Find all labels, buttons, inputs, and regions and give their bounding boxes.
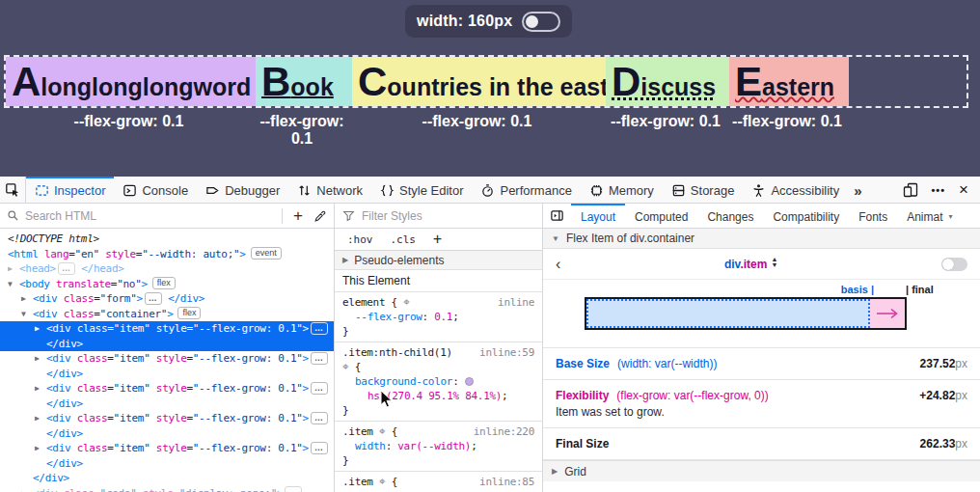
tab-accessibility[interactable]: Accessibility (743, 177, 848, 203)
stylesheet-link[interactable]: inline:85 (479, 475, 534, 489)
selector[interactable]: .item:nth-child(1) (342, 346, 452, 359)
node-picker-button[interactable] (0, 177, 26, 203)
show-more-badge[interactable]: … (58, 262, 75, 275)
expand-panel-button[interactable] (543, 204, 571, 228)
node-div-container-close[interactable]: </div> (0, 471, 334, 486)
tab-style-editor[interactable]: Style Editor (371, 177, 472, 203)
color-swatch[interactable] (465, 377, 474, 386)
tab-compatibility[interactable]: Compatibility (763, 204, 849, 228)
tab-performance[interactable]: Performance (472, 177, 580, 203)
show-more-badge[interactable]: … (311, 442, 328, 454)
property-value[interactable]: var(--width) (397, 440, 471, 452)
target-icon[interactable]: ⌖ (379, 424, 385, 438)
target-icon[interactable]: ⌖ (403, 295, 409, 309)
target-icon[interactable]: ⌖ (379, 475, 385, 488)
flex-badge[interactable]: flex (152, 277, 176, 289)
tab-fonts[interactable]: Fonts (849, 204, 897, 228)
width-toggle[interactable] (522, 12, 560, 32)
element-stepper-icon[interactable]: ▲▼ (771, 257, 777, 268)
dark-mode-icon[interactable] (468, 232, 485, 247)
property-name[interactable]: width (355, 440, 386, 452)
add-rule-button[interactable]: + (424, 231, 450, 248)
html-search-bar[interactable]: Search HTML + (0, 204, 334, 229)
responsive-mode-icon[interactable] (903, 182, 918, 198)
node-div-container[interactable]: ▼<div class="container">flex (0, 307, 334, 322)
node-html[interactable]: <html lang="en" style="--width: auto;">e… (0, 247, 334, 262)
close-icon[interactable]: × (959, 180, 968, 200)
stylesheet-link[interactable]: inline (498, 295, 534, 310)
show-more-badge[interactable]: … (311, 382, 328, 395)
selector[interactable]: element (342, 296, 385, 309)
event-badge[interactable]: event (251, 247, 282, 260)
tab-network[interactable]: Network (288, 177, 371, 203)
flex-item-2[interactable]: Book (256, 57, 352, 106)
tab-debugger[interactable]: Debugger (197, 177, 288, 203)
tabs-dropdown-button[interactable]: ▾ (945, 204, 957, 228)
section-flex-item[interactable]: ▼ Flex Item of div.container (543, 229, 980, 249)
more-tabs-button[interactable]: » (848, 177, 867, 203)
light-mode-icon[interactable] (450, 232, 468, 247)
node-div-item[interactable]: ▶<div class="item" style="--flex-grow: 0… (0, 351, 334, 367)
flex-badge[interactable]: flex (177, 307, 201, 319)
expand-icon[interactable]: ▶ (35, 441, 46, 456)
node-div-item-close[interactable]: </div> (0, 426, 334, 442)
node-head[interactable]: ▶<head>… </head> (0, 261, 334, 277)
flex-item-5[interactable]: Eastern (729, 57, 849, 106)
expand-icon[interactable]: ▶ (35, 381, 46, 396)
tab-changes[interactable]: Changes (697, 204, 763, 228)
class-toggle-button[interactable]: .cls (382, 233, 425, 246)
eyedropper-icon[interactable] (313, 209, 327, 223)
expand-icon[interactable]: ▶ (21, 291, 33, 307)
node-body[interactable]: ▼<body translate="no">flex (0, 277, 334, 292)
node-div-code[interactable]: ▶<div class="code" style="display: none;… (0, 486, 334, 492)
expand-icon[interactable]: ▶ (35, 411, 46, 426)
flex-item-1[interactable]: Alonglonglongword (6, 57, 256, 106)
tab-memory[interactable]: Memory (581, 177, 663, 203)
node-div-item[interactable]: ▶<div class="item" style="--flex-grow: 0… (0, 381, 334, 396)
pseudo-hover-button[interactable]: :hov (339, 233, 382, 246)
collapse-icon[interactable]: ▼ (8, 277, 19, 292)
tab-layout[interactable]: Layout (571, 204, 625, 228)
tab-console[interactable]: Console (114, 177, 197, 203)
filter-styles-bar[interactable]: Filter Styles (335, 204, 542, 229)
expand-icon[interactable]: ▶ (8, 261, 19, 277)
stylesheet-link[interactable]: inline:59 (479, 345, 534, 360)
tab-storage[interactable]: Storage (663, 177, 744, 203)
tab-inspector[interactable]: Inspector (26, 177, 114, 203)
node-div-item[interactable]: ▶<div class="item" style="--flex-grow: 0… (0, 411, 334, 426)
node-div-item-selected[interactable]: ▶<div class="item" style="--flex-grow: 0… (0, 321, 334, 337)
flex-item-4[interactable]: Discuss (606, 57, 729, 106)
collapse-icon[interactable]: ▼ (21, 307, 33, 322)
node-doctype[interactable]: <!DOCTYPE html> (0, 232, 334, 247)
add-node-button[interactable]: + (288, 206, 308, 226)
show-more-badge[interactable]: … (311, 322, 328, 335)
section-pseudo-elements[interactable]: ▶ Pseudo-elements (335, 251, 542, 270)
selected-element[interactable]: div.item▲▼ (560, 257, 941, 271)
property-name[interactable]: --flex-grow (355, 311, 422, 323)
show-more-badge[interactable]: … (311, 352, 328, 365)
selector[interactable]: .item (342, 425, 373, 438)
tab-computed[interactable]: Computed (625, 204, 697, 228)
node-div-form[interactable]: ▶<div class="form">… </div> (0, 291, 334, 307)
node-div-item-close[interactable]: </div> (0, 456, 334, 472)
tab-animations[interactable]: Animat (897, 204, 944, 228)
stylesheet-link[interactable]: inline:220 (474, 424, 534, 439)
show-more-badge[interactable]: … (311, 412, 328, 424)
node-div-item-selected-close[interactable]: </div> (0, 337, 334, 352)
print-media-icon[interactable] (485, 232, 503, 246)
property-value[interactable]: 0.1 (434, 311, 452, 323)
target-icon[interactable]: ⌖ (342, 360, 348, 373)
highlight-toggle[interactable] (941, 258, 967, 271)
node-div-item[interactable]: ▶<div class="item" style="--flex-grow: 0… (0, 441, 334, 456)
search-input[interactable]: Search HTML (25, 209, 276, 223)
section-grid[interactable]: ▶ Grid (543, 460, 980, 481)
node-div-item-close[interactable]: </div> (0, 367, 334, 382)
menu-dots-icon[interactable]: ••• (932, 184, 946, 196)
selector[interactable]: .item (342, 476, 373, 488)
property-name[interactable]: background-color (355, 375, 452, 388)
show-more-badge[interactable]: … (285, 486, 302, 492)
filter-styles-input[interactable]: Filter Styles (362, 209, 422, 223)
flex-item-3[interactable]: Countries in the east (352, 57, 606, 106)
node-div-item-close[interactable]: </div> (0, 396, 334, 412)
expand-icon[interactable]: ▶ (35, 321, 46, 337)
